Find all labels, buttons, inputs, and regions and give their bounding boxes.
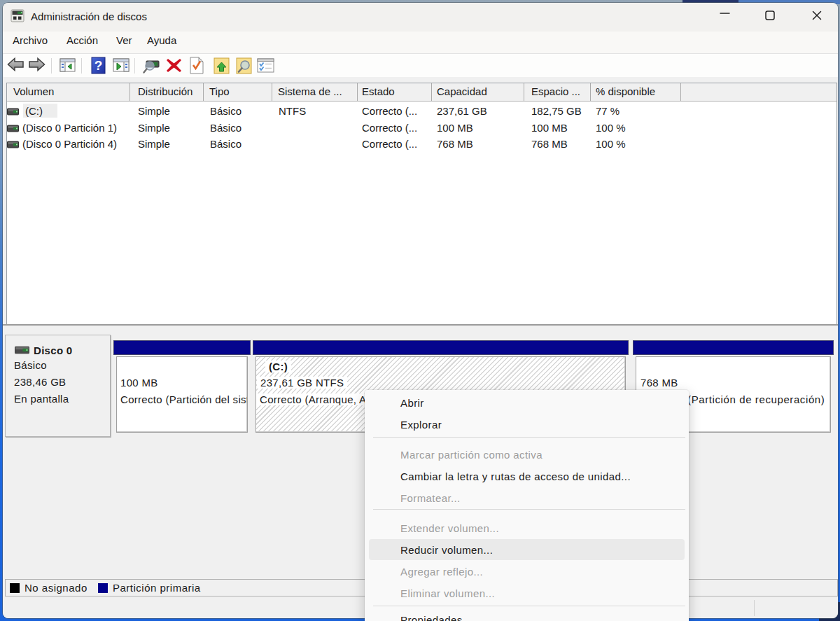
svg-text:?: ? bbox=[94, 58, 103, 73]
